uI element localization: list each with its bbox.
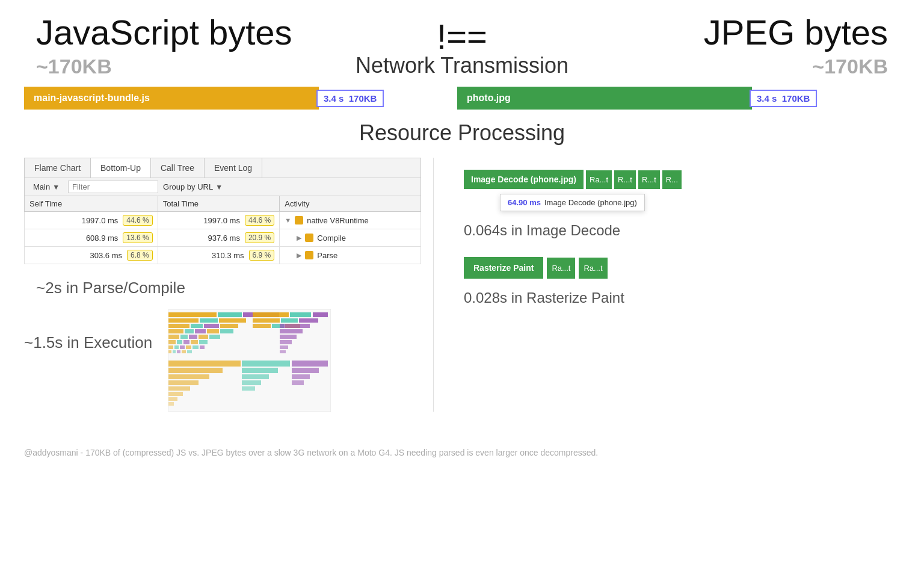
activity-3: ▶ Parse bbox=[280, 247, 421, 264]
execution-caption: ~1.5s in Execution bbox=[24, 333, 156, 352]
parse-compile-caption: ~2s in Parse/Compile bbox=[36, 279, 433, 297]
flame-chart-svg bbox=[168, 309, 331, 412]
svg-rect-51 bbox=[280, 350, 286, 353]
svg-rect-18 bbox=[189, 335, 197, 339]
svg-rect-17 bbox=[180, 335, 188, 339]
total-pct-1: 44.6 % bbox=[245, 215, 274, 226]
svg-rect-15 bbox=[220, 329, 233, 333]
tab-bottom-up[interactable]: Bottom-Up bbox=[91, 158, 151, 178]
image-decode-main-bar: Image Decode (phone.jpg) bbox=[464, 170, 584, 189]
svg-rect-10 bbox=[220, 324, 238, 328]
rasterize-small-1: Ra...t bbox=[547, 258, 575, 279]
network-jpg-size: 170KB bbox=[782, 93, 810, 104]
svg-rect-49 bbox=[280, 340, 292, 344]
row-arrow-2[interactable]: ▶ bbox=[297, 234, 301, 242]
devtools-toolbar: Main ▼ Group by URL ▼ bbox=[24, 178, 421, 196]
svg-rect-31 bbox=[177, 340, 182, 344]
svg-rect-27 bbox=[253, 324, 271, 328]
left-panel: Flame Chart Bottom-Up Call Tree Event Lo… bbox=[24, 158, 433, 412]
group-by-url-dropdown[interactable]: Group by URL ▼ bbox=[163, 182, 223, 191]
js-size-subtitle: ~170KB bbox=[36, 55, 313, 78]
svg-rect-58 bbox=[168, 397, 177, 401]
network-bars-wrapper: main-javascript-bundle.js 3.4 s 170KB ph… bbox=[0, 87, 924, 110]
network-js-size: 170KB bbox=[349, 93, 377, 104]
decode-tooltip: 64.90 ms Image Decode (phone.jpg) bbox=[500, 191, 900, 211]
row-arrow-1[interactable]: ▼ bbox=[285, 217, 291, 224]
main-dropdown-arrow: ▼ bbox=[52, 183, 60, 191]
svg-rect-64 bbox=[242, 386, 255, 391]
col-self-time: Self Time bbox=[25, 196, 158, 212]
decode-small-2: R...t bbox=[614, 170, 636, 189]
tooltip-time: 64.90 ms bbox=[508, 198, 541, 207]
tab-event-log[interactable]: Event Log bbox=[205, 158, 262, 178]
svg-rect-24 bbox=[253, 318, 280, 323]
filter-input[interactable] bbox=[68, 181, 158, 193]
svg-rect-4 bbox=[168, 318, 199, 323]
tab-call-tree[interactable]: Call Tree bbox=[151, 158, 205, 178]
svg-rect-21 bbox=[253, 312, 289, 317]
svg-rect-65 bbox=[292, 361, 328, 367]
svg-rect-35 bbox=[168, 345, 173, 349]
js-heading-block: JavaScript bytes ~170KB bbox=[36, 12, 313, 78]
jpeg-bytes-title: JPEG bytes bbox=[611, 12, 888, 52]
svg-rect-1 bbox=[168, 312, 217, 317]
svg-rect-36 bbox=[174, 345, 179, 349]
svg-rect-54 bbox=[168, 374, 209, 379]
decode-caption: 0.064s in Image Decode bbox=[464, 222, 900, 239]
main-dropdown[interactable]: Main ▼ bbox=[29, 181, 63, 193]
svg-rect-68 bbox=[292, 380, 304, 385]
total-time-1: 1997.0 ms 44.6 % bbox=[158, 212, 280, 229]
svg-rect-43 bbox=[177, 350, 180, 353]
col-total-time: Total Time bbox=[158, 196, 280, 212]
svg-rect-48 bbox=[280, 335, 297, 339]
svg-rect-57 bbox=[168, 392, 183, 396]
activity-1: ▼ native V8Runtime bbox=[280, 212, 421, 229]
devtools-table: Self Time Total Time Activity 1997.0 ms … bbox=[24, 196, 421, 264]
center-heading-block: !== Network Transmission bbox=[313, 16, 611, 78]
svg-rect-23 bbox=[313, 312, 328, 317]
svg-rect-5 bbox=[200, 318, 218, 323]
total-time-2: 937.6 ms 20.9 % bbox=[158, 229, 280, 247]
rasterize-bars: Rasterize Paint Ra...t Ra...t bbox=[464, 257, 900, 279]
right-panel: Image Decode (phone.jpg) Ra...t R...t R.… bbox=[433, 158, 900, 412]
self-time-2: 608.9 ms 13.6 % bbox=[25, 229, 158, 247]
svg-rect-32 bbox=[183, 340, 189, 344]
network-jpg-side: photo.jpg 3.4 s 170KB bbox=[421, 87, 900, 110]
row-arrow-3[interactable]: ▶ bbox=[297, 252, 301, 259]
js-bytes-title: JavaScript bytes bbox=[36, 12, 313, 52]
svg-rect-45 bbox=[187, 350, 192, 353]
col-activity: Activity bbox=[280, 196, 421, 212]
main-content: Flame Chart Bottom-Up Call Tree Event Lo… bbox=[0, 146, 924, 424]
rasterize-caption: 0.028s in Rasterize Paint bbox=[464, 289, 900, 306]
svg-rect-38 bbox=[186, 345, 191, 349]
footer-caption: @addyosmani - 170KB of (compressed) JS v… bbox=[0, 436, 924, 463]
activity-label-2: Compile bbox=[317, 234, 346, 243]
network-js-tag: 3.4 s 170KB bbox=[316, 90, 384, 107]
decode-small-3: R...t bbox=[638, 170, 660, 189]
flame-chart-area: ~1.5s in Execution bbox=[24, 309, 433, 412]
svg-rect-33 bbox=[191, 340, 198, 344]
svg-rect-9 bbox=[204, 324, 219, 328]
self-pct-3: 6.8 % bbox=[127, 250, 153, 261]
svg-rect-13 bbox=[195, 329, 206, 333]
activity-2: ▶ Compile bbox=[280, 229, 421, 247]
svg-rect-50 bbox=[280, 345, 288, 349]
rasterize-section: Rasterize Paint Ra...t Ra...t 0.028s in … bbox=[464, 257, 900, 306]
activity-label-1: native V8Runtime bbox=[307, 216, 369, 225]
network-jpg-bar: photo.jpg bbox=[457, 87, 752, 110]
svg-rect-6 bbox=[219, 318, 246, 323]
network-js-time: 3.4 s bbox=[324, 93, 343, 104]
svg-rect-26 bbox=[299, 318, 318, 323]
svg-rect-62 bbox=[242, 374, 269, 379]
rasterize-small-2: Ra...t bbox=[579, 258, 607, 279]
network-jpg-time: 3.4 s bbox=[757, 93, 777, 104]
image-decode-section: Image Decode (phone.jpg) Ra...t R...t R.… bbox=[464, 170, 900, 239]
network-js-bar: main-javascript-bundle.js bbox=[24, 87, 319, 110]
total-time-3: 310.3 ms 6.9 % bbox=[158, 247, 280, 264]
tab-flame-chart[interactable]: Flame Chart bbox=[25, 158, 91, 178]
svg-rect-46 bbox=[280, 324, 310, 328]
svg-rect-34 bbox=[199, 340, 208, 344]
svg-rect-59 bbox=[168, 402, 174, 406]
resource-processing-label: Resource Processing bbox=[0, 120, 924, 146]
svg-rect-2 bbox=[218, 312, 242, 317]
